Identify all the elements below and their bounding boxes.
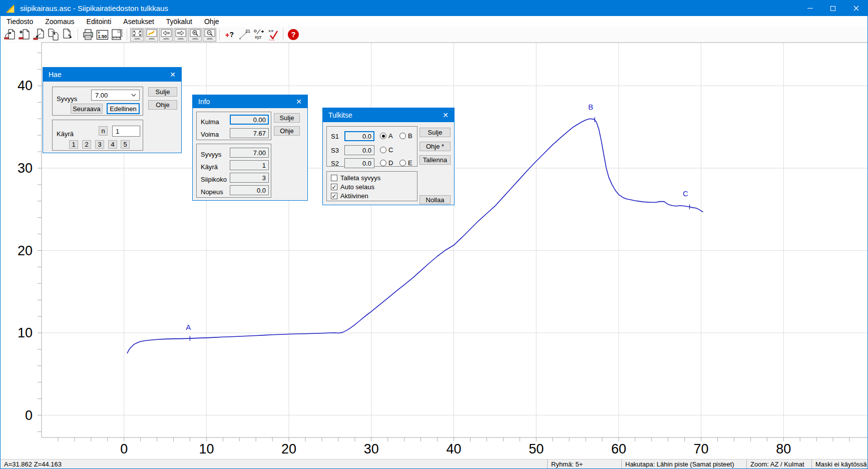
s1-field[interactable]: 0.0 <box>344 131 374 141</box>
save-file-button[interactable] <box>32 28 46 42</box>
info-dialog-titlebar[interactable]: Info ✕ <box>193 95 307 108</box>
svg-text:30: 30 <box>364 441 379 456</box>
pan-right-button[interactable] <box>174 28 187 42</box>
talleta-syvyys-checkbox[interactable]: Talleta syvyys <box>331 174 380 182</box>
curve-4-button[interactable]: 4 <box>108 140 117 149</box>
tulkitse-close-button[interactable]: ✕ <box>437 108 454 122</box>
angle-21-icon: 21 <box>238 28 251 41</box>
svg-text:10: 10 <box>199 441 214 456</box>
syvyys-group: Syvyys 7.00 Seuraava Edellinen <box>52 87 143 116</box>
radio-d[interactable]: D <box>380 159 393 167</box>
zoom-curve-button[interactable] <box>145 28 158 42</box>
accept-points-button[interactable]: ×× <box>266 28 280 42</box>
seuraava-button[interactable]: Seuraava <box>71 104 103 114</box>
curve-2-button[interactable]: 2 <box>82 140 91 149</box>
radio-a[interactable]: A <box>380 132 393 140</box>
hae-ohje-button[interactable]: Ohje <box>148 100 177 110</box>
kulma-field[interactable]: 0.00 <box>230 115 269 125</box>
zoom-out-button[interactable] <box>203 28 216 42</box>
hae-close-button[interactable]: ✕ <box>164 68 181 82</box>
aktiivinen-checkbox[interactable]: ✓ Aktiivinen <box>331 192 368 200</box>
tulkitse-dialog-titlebar[interactable]: Tulkitse ✕ <box>323 108 454 122</box>
toolbar-separator <box>127 29 127 41</box>
maximize-button[interactable] <box>821 1 844 16</box>
info-ohje-button[interactable]: Ohje <box>274 126 300 136</box>
tulkitse-sulje-button[interactable]: Sulje <box>419 128 451 137</box>
menu-asetukset[interactable]: Asetukset <box>117 16 160 27</box>
minimize-button[interactable] <box>798 1 821 16</box>
s3-field[interactable]: 0.0 <box>344 145 374 155</box>
info-close-button[interactable]: ✕ <box>290 95 307 108</box>
help-icon: ? <box>287 28 300 41</box>
voima-field[interactable]: 7.67 <box>230 128 269 138</box>
hae-dialog-titlebar[interactable]: Hae ✕ <box>43 68 181 82</box>
zoom-in-icon <box>189 29 201 41</box>
zoom-extents-button[interactable] <box>130 28 144 42</box>
close-button[interactable] <box>844 1 867 16</box>
n-button[interactable]: n <box>99 126 108 136</box>
siipikoko-field[interactable]: 3 <box>230 173 269 183</box>
info-syvyys-field[interactable]: 7.00 <box>230 148 269 158</box>
menu-ohje[interactable]: Ohje <box>198 16 225 27</box>
copy-file-button[interactable] <box>47 28 60 42</box>
page-setup-button[interactable] <box>110 28 124 42</box>
pan-left-button[interactable] <box>159 28 173 42</box>
add-file-button[interactable] <box>18 28 31 42</box>
svg-text:B: B <box>588 103 593 111</box>
info-sulje-button[interactable]: Sulje <box>274 113 300 123</box>
edellinen-button[interactable]: Edellinen <box>107 103 140 114</box>
auto-selaus-checkbox[interactable]: ✓ Auto selaus <box>331 183 374 191</box>
print-button[interactable] <box>81 28 95 42</box>
radio-e-icon <box>399 160 406 166</box>
toolbar-separator <box>78 29 78 41</box>
tulkitse-dialog: Tulkitse ✕ S1 0.0 A B S3 0.0 C S2 0.0 <box>322 108 455 205</box>
svg-text:80: 80 <box>776 441 791 456</box>
zoom-out-icon <box>204 29 216 41</box>
radio-e[interactable]: E <box>399 159 412 167</box>
svg-text:40: 40 <box>446 441 461 456</box>
open-file-button[interactable] <box>3 28 17 42</box>
add-point-button[interactable]: +? <box>223 28 236 42</box>
curve-3-button[interactable]: 3 <box>95 140 104 149</box>
toolbar: x 1:50 <box>1 27 867 43</box>
tulkitse-ohje-button[interactable]: Ohje * <box>419 142 451 151</box>
nopeus-field[interactable]: 0.0 <box>230 185 269 195</box>
nollaa-button[interactable]: Nollaa <box>419 195 451 204</box>
coordinates-button[interactable]: xyz <box>252 28 265 42</box>
radio-b-icon <box>399 133 406 139</box>
scale-1-50-icon: x 1:50 <box>97 30 108 40</box>
app-logo-icon <box>5 3 16 14</box>
radio-d-icon <box>380 160 386 166</box>
s2-field[interactable]: 0.0 <box>344 158 374 168</box>
export-file-button[interactable] <box>61 28 75 42</box>
syvyys-label: Syvyys <box>57 95 77 103</box>
zoom-curve-icon <box>146 29 158 41</box>
info-dialog: Info ✕ Kulma 0.00 7.67 Voima Sulje Ohje … <box>192 95 308 201</box>
help-button[interactable]: ? <box>286 28 300 42</box>
hae-sulje-button[interactable]: Sulje <box>148 87 177 97</box>
svg-text:A: A <box>186 323 191 331</box>
svg-text:40: 40 <box>18 78 33 93</box>
angle-points-button[interactable]: 21 <box>237 28 251 42</box>
menu-tyokalut[interactable]: Työkalut <box>160 16 198 27</box>
status-zoom-mode: Zoom: AZ / Kulmat <box>746 459 811 468</box>
voima-label: Voima <box>201 131 219 138</box>
toolbar-separator <box>219 29 220 41</box>
menu-zoomaus[interactable]: Zoomaus <box>39 16 80 27</box>
svg-text:10: 10 <box>18 325 33 340</box>
curve-1-button[interactable]: 1 <box>69 140 78 149</box>
radio-c[interactable]: C <box>380 146 393 154</box>
zoom-in-button[interactable] <box>188 28 202 42</box>
curve-5-button[interactable]: 5 <box>121 140 130 149</box>
menu-tiedosto[interactable]: Tiedosto <box>1 16 39 27</box>
tallenna-button[interactable]: Tallenna <box>419 155 451 165</box>
svg-text:21: 21 <box>245 29 250 34</box>
radio-b[interactable]: B <box>399 132 412 140</box>
info-kayra-field[interactable]: 1 <box>230 160 269 170</box>
syvyys-combobox[interactable]: 7.00 <box>91 90 140 101</box>
svg-text:20: 20 <box>18 243 33 258</box>
menu-editointi[interactable]: Editointi <box>81 16 118 27</box>
scale-button[interactable]: x 1:50 <box>96 28 109 42</box>
kayra-input[interactable]: 1 <box>112 126 140 137</box>
svg-text:30: 30 <box>18 161 33 176</box>
